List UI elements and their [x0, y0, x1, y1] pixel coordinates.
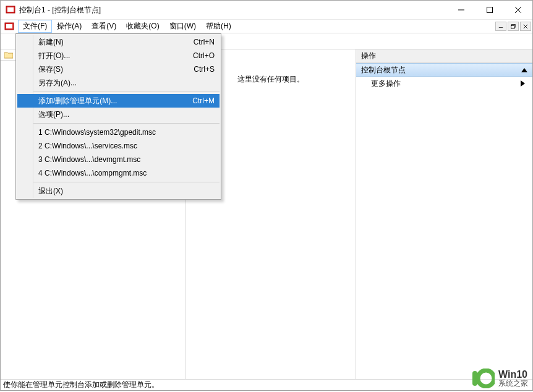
menu-item-label: 另存为(A)... [38, 78, 215, 88]
menu-item-label: 退出(X) [38, 186, 215, 197]
actions-section[interactable]: 控制台根节点 [356, 63, 532, 77]
statusbar: 使你能在管理单元控制台添加或删除管理单元。 [1, 379, 532, 390]
menu-label: 窗口(W) [169, 21, 196, 32]
submenu-icon [521, 80, 525, 87]
minimize-button[interactable] [447, 1, 475, 19]
menu-item[interactable]: 另存为(A)... [33, 76, 220, 90]
empty-text: 这里没有任何项目。 [237, 74, 304, 85]
menu-item-accelerator: Ctrl+N [194, 38, 215, 46]
watermark: Win10 系统之家 [471, 369, 528, 388]
menu-item[interactable]: 打开(O)...Ctrl+O [33, 49, 220, 62]
menu-label: 操作(A) [57, 21, 82, 32]
menu-item-label: 选项(P)... [38, 109, 215, 120]
actions-section-label: 控制台根节点 [361, 65, 406, 75]
menu-label: 查看(V) [92, 21, 116, 32]
menu-item-accelerator: Ctrl+M [192, 96, 215, 105]
menu-file[interactable]: 文件(F) [18, 20, 52, 33]
menu-item-label: 新建(N) [38, 37, 194, 48]
file-menu-dropdown: 新建(N)Ctrl+N打开(O)...Ctrl+O保存(S)Ctrl+S另存为(… [15, 33, 221, 200]
close-button[interactable] [504, 1, 532, 19]
app-mmc-icon[interactable] [4, 22, 14, 32]
menu-item-label: 打开(O)... [38, 51, 193, 61]
menu-label: 收藏夹(O) [126, 21, 159, 32]
mdi-buttons [494, 20, 532, 33]
status-text: 使你能在管理单元控制台添加或删除管理单元。 [3, 380, 159, 390]
svg-rect-1 [7, 7, 14, 12]
actions-header: 操作 [356, 49, 532, 63]
menu-item[interactable]: 退出(X) [33, 184, 220, 198]
menu-item-accelerator: Ctrl+O [193, 51, 215, 60]
maximize-button[interactable] [475, 1, 504, 19]
actions-header-label: 操作 [361, 51, 376, 61]
menu-item-label: 添加/删除管理单元(M)... [38, 96, 192, 106]
folder-icon [4, 51, 13, 59]
actions-more[interactable]: 更多操作 [356, 77, 532, 90]
mdi-close-button[interactable] [520, 22, 531, 31]
menu-item-label: 3 C:\Windows\...\devmgmt.msc [38, 155, 215, 164]
svg-point-14 [478, 370, 494, 386]
watermark-text: Win10 系统之家 [498, 370, 528, 387]
menu-action[interactable]: 操作(A) [52, 20, 87, 33]
svg-rect-3 [487, 7, 493, 13]
actions-more-label: 更多操作 [371, 79, 401, 89]
menu-label: 帮助(H) [206, 21, 231, 32]
menu-gutter [17, 35, 33, 198]
menu-item[interactable]: 添加/删除管理单元(M)...Ctrl+M [17, 94, 220, 108]
menu-help[interactable]: 帮助(H) [201, 20, 236, 33]
actions-pane: 操作 控制台根节点 更多操作 [356, 49, 532, 379]
menu-window[interactable]: 窗口(W) [164, 20, 201, 33]
menu-item[interactable]: 新建(N)Ctrl+N [33, 35, 220, 49]
menu-item-label: 保存(S) [38, 64, 194, 75]
menu-item[interactable]: 选项(P)... [33, 108, 220, 121]
menu-item[interactable]: 1 C:\Windows\system32\gpedit.msc [33, 126, 220, 139]
collapse-icon [521, 68, 527, 72]
menu-separator [33, 123, 220, 124]
window-title: 控制台1 - [控制台根节点] [19, 5, 447, 15]
menu-item-label: 1 C:\Windows\system32\gpedit.msc [38, 128, 215, 137]
svg-rect-10 [511, 25, 514, 28]
menu-item[interactable]: 保存(S)Ctrl+S [33, 62, 220, 76]
menu-separator [33, 92, 220, 92]
menu-item[interactable]: 4 C:\Windows\...\compmgmt.msc [33, 166, 220, 180]
mdi-minimize-button[interactable] [495, 22, 506, 31]
menu-view[interactable]: 查看(V) [87, 20, 121, 33]
watermark-logo-icon [471, 369, 495, 388]
menubar: 文件(F) 操作(A) 查看(V) 收藏夹(O) 窗口(W) 帮助(H) [1, 20, 532, 33]
svg-rect-7 [6, 24, 12, 28]
menu-item[interactable]: 2 C:\Windows\...\services.msc [33, 139, 220, 153]
watermark-line2: 系统之家 [498, 380, 528, 387]
menu-item-label: 2 C:\Windows\...\services.msc [38, 142, 215, 150]
menu-item-label: 4 C:\Windows\...\compmgmt.msc [38, 169, 215, 177]
menu-label: 文件(F) [23, 21, 47, 32]
titlebar: 控制台1 - [控制台根节点] [1, 1, 532, 20]
mdi-restore-button[interactable] [508, 22, 519, 31]
menu-item[interactable]: 3 C:\Windows\...\devmgmt.msc [33, 153, 220, 166]
menu-item-accelerator: Ctrl+S [194, 65, 215, 74]
menu-separator [33, 182, 220, 182]
menu-favorites[interactable]: 收藏夹(O) [121, 20, 164, 33]
app-mmc-icon [6, 5, 15, 15]
watermark-line1: Win10 [498, 370, 528, 380]
